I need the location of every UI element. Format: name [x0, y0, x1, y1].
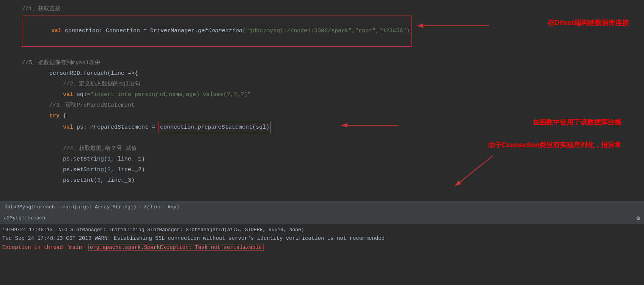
serializable-annotation: 由于Connection类没有实现序列化，报异常	[488, 140, 621, 150]
breadcrumb-method: main(args: Array[String])	[62, 204, 136, 210]
code-text: //3、获取PreParedStatement	[22, 101, 135, 110]
code-line: //1、获取连接	[3, 4, 644, 14]
code-line: personRDD.foreach(line =>{	[3, 68, 644, 79]
exception-prefix: Exception in thread	[2, 244, 66, 250]
console-content: 19/09/24 17:48:13 INFO SlotManager: Init…	[0, 224, 644, 253]
code-text: //4、获取数据,给？号 赋值	[22, 144, 137, 154]
driver-annotation: 在Driver端构建数据库连接	[548, 18, 629, 27]
exception-box: org.apache.spark.SparkException: Task no…	[88, 244, 264, 251]
code-line: //2、定义插入数据的sql语句	[3, 79, 644, 90]
code-text: //5、把数据保存到mysql表中	[22, 58, 101, 68]
code-line: ps.setString(2, line._2)	[3, 165, 644, 175]
code-line: ps.setInt(3, line._3)	[3, 175, 644, 186]
code-line: ps.setString(1, line._1)	[3, 154, 644, 165]
breadcrumb-class: Data2MysqlForeach	[5, 204, 55, 210]
code-line: //3、获取PreParedStatement	[3, 100, 644, 111]
breadcrumb-sep1: ›	[57, 204, 60, 210]
code-text: //2、定义插入数据的sql语句	[22, 79, 140, 89]
breadcrumb-sep2: ›	[138, 204, 141, 210]
code-line: //5、把数据保存到mysql表中	[3, 58, 644, 68]
thread-label: "main"	[66, 244, 88, 250]
function-annotation: 在函数中使用了该数据库连接	[532, 118, 621, 127]
code-text: //1、获取连接	[22, 4, 61, 14]
console-panel: a2MysqlForeach ⚙ 19/09/24 17:48:13 INFO …	[0, 212, 644, 285]
connection-line-box: val connection: Connection = DriverManag…	[22, 16, 412, 47]
breadcrumb-bar: Data2MysqlForeach › main(args: Array[Str…	[0, 202, 644, 212]
console-warn-line: Tue Sep 24 17:48:13 CST 2019 WARN: Estab…	[2, 234, 642, 242]
code-line: val sql="insert into person(id,name,age)…	[3, 90, 644, 100]
code-text: personRDD.foreach(line =>{	[22, 69, 138, 79]
console-title: a2MysqlForeach	[4, 215, 636, 221]
editor-container: //1、获取连接 val connection: Connection = Dr…	[0, 0, 644, 285]
console-exception-line: Exception in thread "main" org.apache.sp…	[2, 243, 642, 252]
code-line	[3, 48, 644, 58]
breadcrumb-lambda: λ(line: Any)	[144, 204, 179, 210]
console-line-truncated: 19/09/24 17:48:13 INFO SlotManager: Init…	[2, 226, 642, 234]
gear-icon[interactable]: ⚙	[636, 214, 640, 222]
code-area: //1、获取连接 val connection: Connection = Dr…	[0, 0, 644, 213]
console-header: a2MysqlForeach ⚙	[0, 212, 644, 224]
